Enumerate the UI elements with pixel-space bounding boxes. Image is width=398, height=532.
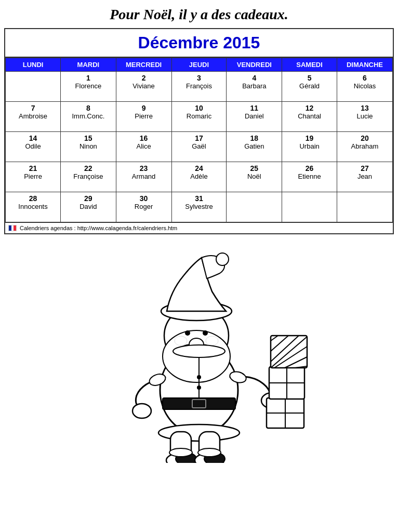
calendar-day-cell: 13Lucie [337,102,392,132]
santa-image [90,245,308,463]
day-number: 24 [173,164,225,172]
calendar-footer: Calendriers agendas : http://www.calagen… [5,222,393,233]
day-number: 7 [7,104,59,112]
svg-point-12 [132,404,151,418]
day-number: 6 [338,74,391,82]
santa-illustration [0,234,398,468]
day-number: 21 [7,164,59,172]
day-saint-name: Viviane [117,82,170,90]
day-of-week-header: VENDREDI [227,58,282,72]
day-saint-name: Françoise [62,172,115,180]
calendar-day-cell: 3François [171,72,227,102]
day-number: 23 [117,164,170,172]
day-number: 15 [62,134,115,142]
day-number: 19 [283,134,336,142]
svg-point-10 [169,448,192,457]
svg-point-33 [185,330,190,336]
svg-point-40 [173,345,225,357]
day-saint-name: Chantal [283,112,336,120]
calendar-day-cell: 18Gatien [227,132,282,162]
day-number: 20 [338,134,391,142]
calendar-table: LUNDIMARDIMERCREDIJEUDIVENDREDISAMEDIDIM… [5,58,393,222]
day-saint-name: Etienne [283,172,336,180]
calendar-header-row: LUNDIMARDIMERCREDIJEUDIVENDREDISAMEDIDIM… [6,58,393,72]
calendar-day-cell: 15Ninon [61,132,116,162]
calendar-day-cell: 22Françoise [61,162,116,192]
calendar-day-cell: 10Romaric [171,102,227,132]
calendar-month-year: Décembre 2015 [138,33,260,52]
calendar-day-cell: 25Noël [227,162,282,192]
day-number: 3 [173,74,225,82]
day-saint-name: Daniel [228,112,281,120]
day-of-week-header: JEUDI [171,58,227,72]
calendar-day-cell: 4Barbara [227,72,282,102]
calendar-day-cell [227,192,282,222]
calendar-day-cell: 30Roger [116,192,171,222]
day-number: 29 [62,194,115,203]
day-number: 9 [117,104,170,112]
day-of-week-header: MARDI [61,58,116,72]
day-saint-name: Roger [117,203,170,210]
calendar-day-cell: 21Pierre [6,162,61,192]
day-saint-name: Odile [7,142,59,150]
day-of-week-header: DIMANCHE [337,58,392,72]
day-saint-name: Gatien [228,142,281,150]
svg-point-11 [198,448,221,457]
calendar-day-cell [337,192,392,222]
calendar-day-cell: 9Pierre [116,102,171,132]
day-saint-name: Ninon [62,142,115,150]
day-number: 1 [62,74,115,82]
day-saint-name: Pierre [7,172,59,180]
calendar-day-cell: 14Odile [6,132,61,162]
day-number: 18 [228,134,281,142]
day-saint-name: Imm.Conc. [62,112,115,120]
footer-text: Calendriers agendas : http://www.calagen… [20,225,177,231]
calendar-week-row: 1Florence2Viviane3François4Barbara5Géral… [6,72,393,102]
day-of-week-header: MERCREDI [116,58,171,72]
day-saint-name: François [173,82,225,90]
day-of-week-header: SAMEDI [282,58,337,72]
calendar-week-row: 21Pierre22Françoise23Armand24Adèle25Noël… [6,162,393,192]
day-saint-name: Innocents [7,203,59,210]
calendar-day-cell: 24Adèle [171,162,227,192]
day-saint-name: Sylvestre [173,203,225,210]
day-number: 13 [338,104,391,112]
day-number: 27 [338,164,391,172]
calendar-header: Décembre 2015 [5,29,393,58]
calendar-day-cell: 19Urbain [282,132,337,162]
day-number: 11 [228,104,281,112]
calendar-day-cell: 1Florence [61,72,116,102]
day-saint-name: Lucie [338,112,391,120]
calendar-week-row: 14Odile15Ninon16Alice17Gaël18Gatien19Urb… [6,132,393,162]
day-saint-name: Nicolas [338,82,391,90]
day-number: 31 [173,194,225,203]
calendar: Décembre 2015 LUNDIMARDIMERCREDIJEUDIVEN… [4,28,394,234]
day-number: 22 [62,164,115,172]
calendar-day-cell: 16Alice [116,132,171,162]
calendar-day-cell: 17Gaël [171,132,227,162]
calendar-day-cell: 8Imm.Conc. [61,102,116,132]
calendar-day-cell: 27Jean [337,162,392,192]
day-number: 2 [117,74,170,82]
day-number: 16 [117,134,170,142]
flag-icon [8,225,17,231]
svg-point-36 [206,336,218,345]
calendar-day-cell: 28Innocents [6,192,61,222]
calendar-day-cell: 2Viviane [116,72,171,102]
day-number: 25 [228,164,281,172]
page-title: Pour Noël, il y a des cadeaux. [0,0,398,28]
day-number: 28 [7,194,59,203]
day-number: 17 [173,134,225,142]
calendar-week-row: 28Innocents29David30Roger31Sylvestre [6,192,393,222]
day-saint-name: Armand [117,172,170,180]
day-number: 5 [283,74,336,82]
calendar-day-cell [6,72,61,102]
day-saint-name: Gaël [173,142,225,150]
day-number: 26 [283,164,336,172]
calendar-day-cell: 7Ambroise [6,102,61,132]
day-number: 30 [117,194,170,203]
calendar-day-cell: 31Sylvestre [171,192,227,222]
calendar-week-row: 7Ambroise8Imm.Conc.9Pierre10Romaric11Dan… [6,102,393,132]
day-saint-name: Ambroise [7,112,59,120]
day-number: 8 [62,104,115,112]
